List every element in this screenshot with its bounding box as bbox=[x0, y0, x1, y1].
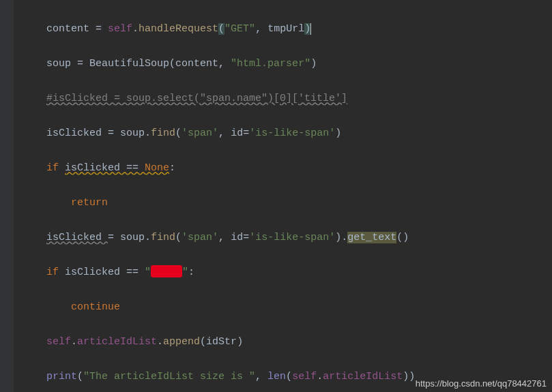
comma: , bbox=[218, 58, 231, 70]
string: 'span' bbox=[181, 127, 218, 139]
code-line: self.articleIdList.append(idStr) bbox=[46, 330, 552, 355]
self-kw: self bbox=[292, 371, 317, 382]
paren: ( bbox=[77, 371, 83, 382]
op: = bbox=[108, 232, 120, 243]
paren: ) bbox=[335, 232, 341, 243]
comma: , bbox=[218, 127, 231, 139]
arg: tmpUrl bbox=[267, 23, 304, 35]
keyword: if bbox=[46, 267, 65, 278]
comma: , bbox=[255, 23, 267, 35]
colon: : bbox=[169, 162, 175, 174]
var: isClicked bbox=[46, 127, 108, 139]
obj: soup bbox=[120, 127, 145, 139]
paren: ) bbox=[310, 58, 317, 70]
self-kw: self bbox=[108, 23, 132, 35]
var: isClicked bbox=[65, 267, 126, 278]
redacted-block bbox=[151, 265, 182, 277]
var: soup bbox=[46, 58, 77, 70]
paren: ) bbox=[237, 336, 243, 348]
eq: = bbox=[243, 232, 249, 243]
string: 'is-like-span' bbox=[249, 232, 335, 243]
paren: ( bbox=[286, 371, 292, 382]
paren-highlight: ) bbox=[304, 23, 311, 35]
op: == bbox=[126, 162, 145, 174]
code-line: isClicked = soup.find('span', id='is-lik… bbox=[46, 121, 552, 146]
code-line: return bbox=[46, 191, 552, 215]
code-line: if isClicked == None: bbox=[46, 156, 552, 181]
builtin: len bbox=[267, 371, 286, 382]
attr: articleIdList bbox=[77, 336, 157, 348]
code-line: if isClicked == "": bbox=[46, 260, 552, 285]
kwarg: id bbox=[231, 232, 243, 243]
kwarg: id bbox=[231, 127, 243, 139]
paren: )) bbox=[403, 371, 415, 382]
op: = bbox=[96, 23, 108, 35]
paren: ) bbox=[335, 127, 341, 139]
dot: . bbox=[71, 336, 77, 348]
code-line: #isClicked = soup.select("span.name")[0]… bbox=[46, 87, 552, 111]
code-line: isClicked = soup.find('span', id='is-lik… bbox=[46, 226, 552, 250]
method: find bbox=[151, 127, 175, 139]
method: append bbox=[163, 336, 200, 348]
string: "GET" bbox=[224, 23, 255, 35]
paren: ( bbox=[169, 58, 175, 70]
code-editor[interactable]: content = self.handleRequest("GET", tmpU… bbox=[0, 0, 552, 392]
var: isClicked bbox=[65, 162, 126, 174]
builtin: print bbox=[46, 371, 77, 382]
keyword: if bbox=[46, 162, 65, 174]
none: None bbox=[145, 162, 169, 174]
attr: articleIdList bbox=[323, 371, 403, 382]
obj: soup bbox=[120, 232, 145, 243]
comma: , bbox=[218, 232, 231, 243]
method: handleRequest bbox=[139, 23, 218, 35]
paren-highlight: ( bbox=[218, 23, 224, 35]
watermark: https://blog.csdn.net/qq78442761 bbox=[416, 379, 547, 388]
dot: . bbox=[145, 232, 151, 243]
op: == bbox=[126, 267, 145, 278]
self-kw: self bbox=[46, 336, 71, 348]
string: 'span' bbox=[181, 232, 218, 243]
quote: " bbox=[145, 267, 151, 278]
colon: : bbox=[188, 267, 194, 278]
paren: ( bbox=[175, 127, 181, 139]
string: 'is-like-span' bbox=[249, 127, 335, 139]
call: BeautifulSoup bbox=[89, 58, 169, 70]
dot: . bbox=[132, 23, 139, 35]
comment: #isClicked = soup.select("span.name")[0]… bbox=[46, 93, 347, 104]
keyword: return bbox=[71, 197, 108, 209]
code-line: soup = BeautifulSoup(content, "html.pars… bbox=[46, 52, 552, 76]
paren: () bbox=[396, 232, 409, 243]
var: isClicked bbox=[46, 232, 108, 243]
editor-gutter bbox=[0, 0, 14, 392]
arg: content bbox=[175, 58, 218, 70]
string: "The articleIdList size is " bbox=[83, 371, 255, 382]
comma: , bbox=[255, 371, 267, 382]
paren: ( bbox=[200, 336, 206, 348]
arg: idStr bbox=[206, 336, 237, 348]
eq: = bbox=[243, 127, 249, 139]
dot: . bbox=[145, 127, 151, 139]
code-line: content = self.handleRequest("GET", tmpU… bbox=[46, 17, 552, 42]
op: = bbox=[108, 127, 120, 139]
dot: . bbox=[341, 232, 347, 243]
paren: ( bbox=[175, 232, 181, 243]
op: = bbox=[77, 58, 89, 70]
string: "html.parser" bbox=[231, 58, 310, 70]
var: content bbox=[46, 23, 96, 35]
dot: . bbox=[317, 371, 323, 382]
method-highlight: get_text bbox=[347, 232, 396, 243]
dot: . bbox=[157, 336, 163, 348]
code-line: continue bbox=[46, 295, 552, 320]
quote: " bbox=[182, 267, 188, 278]
method: find bbox=[151, 232, 175, 243]
keyword: continue bbox=[71, 301, 120, 313]
